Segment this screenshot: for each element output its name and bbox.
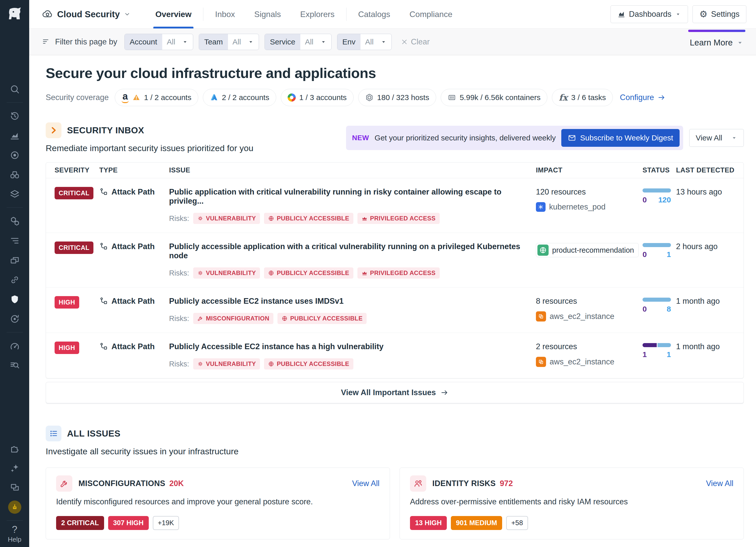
all-issues-subtitle: Investigate all security issues in your … (46, 446, 239, 456)
table-row[interactable]: HIGH Attack Path Publicly accessible EC2… (46, 287, 744, 333)
filter-team[interactable]: Team All (199, 34, 259, 50)
cloud-shield-icon (42, 9, 53, 20)
azure-icon (210, 93, 218, 102)
sidebar-item-ci-circle[interactable] (0, 309, 29, 329)
view-all-important-issues-button[interactable]: View All Important Issues (46, 382, 744, 403)
issue-title[interactable]: Publicly accessible EC2 instance uses IM… (169, 297, 536, 306)
column-header-severity: SEVERITY (46, 166, 99, 174)
search-lines-icon (10, 360, 20, 371)
tab-compliance[interactable]: Compliance (400, 0, 462, 28)
coverage-chip-host[interactable]: 180 / 323 hosts (358, 89, 436, 106)
status-bar (643, 188, 671, 192)
table-header-row: SEVERITY TYPE ISSUE IMPACT STATUS LAST D… (46, 162, 744, 178)
sidebar-item-shield[interactable] (0, 290, 29, 309)
clear-filters-button[interactable]: Clear (401, 37, 430, 46)
risk-chip-privileged-access: PRIVILEGED ACCESS (357, 213, 440, 224)
risks-label: Risks: (169, 214, 189, 223)
status-muted-count: 0 (643, 195, 647, 204)
sidebar-item-logs[interactable] (0, 231, 29, 250)
severity-badge: HIGH (55, 296, 79, 309)
sidebar-item-apm-ring[interactable] (0, 145, 29, 165)
layers-icon (10, 189, 20, 199)
filter-env[interactable]: Env All (337, 34, 392, 50)
sidebar-item-puzzle[interactable] (0, 439, 29, 458)
table-row[interactable]: CRITICAL Attack Path Publicly accessible… (46, 232, 744, 287)
impact-resource[interactable]: aws_ec2_instance (536, 357, 643, 367)
arrow-right-icon (440, 389, 449, 397)
coverage-chip-aws[interactable]: a 1 / 2 accounts (115, 89, 198, 106)
tab-label: Catalogs (358, 10, 390, 19)
last-detected: 1 month ago (676, 342, 744, 351)
settings-button-label: Settings (711, 10, 739, 19)
security-coverage-label: Security coverage (46, 93, 109, 102)
sidebar-item-avatar[interactable] (0, 497, 29, 517)
help-label: Help (8, 536, 21, 543)
table-row[interactable]: CRITICAL Attack Path Public application … (46, 178, 744, 232)
tab-overview[interactable]: Overview (146, 0, 201, 28)
sidebar-item-layers[interactable] (0, 184, 29, 204)
issue-title[interactable]: Publicly accessible application with a c… (169, 242, 536, 260)
coverage-chip-gcp[interactable]: 1 / 3 accounts (281, 89, 354, 106)
status-open-count: 8 (667, 305, 671, 314)
filter-service[interactable]: Service All (265, 34, 331, 50)
sidebar-divider (7, 332, 23, 333)
binoculars-icon (10, 170, 20, 180)
sidebar-bottom-icons (0, 439, 29, 497)
tab-label: Compliance (409, 10, 452, 19)
risks-label: Risks: (169, 269, 189, 277)
tab-explorers[interactable]: Explorers (291, 0, 344, 28)
sidebar-item-clock-history[interactable] (0, 106, 29, 126)
security-coverage-row: Security coverage a 1 / 2 accounts 2 / 2… (46, 89, 744, 106)
tab-signals[interactable]: Signals (245, 0, 291, 28)
configure-link[interactable]: Configure (620, 93, 666, 102)
sidebar-item-windows[interactable] (0, 250, 29, 270)
dashboards-button[interactable]: Dashboards (611, 5, 688, 23)
sidebar-item-metrics[interactable] (0, 126, 29, 145)
issue-title[interactable]: Public application with critical vulnera… (169, 187, 536, 206)
subscribe-weekly-digest-button[interactable]: Subscribe to Weekly Digest (561, 129, 680, 147)
issue-title[interactable]: Publicly Accessible EC2 instance has a h… (169, 342, 536, 351)
card-view-all-link[interactable]: View All (352, 479, 380, 488)
card-view-all-link[interactable]: View All (706, 479, 733, 488)
sidebar-item-help[interactable]: ? Help (8, 524, 21, 547)
robot-icon (10, 503, 19, 512)
tab-separator (203, 8, 203, 21)
risks-row: Risks:MISCONFIGURATIONPUBLICLY ACCESSIBL… (169, 313, 536, 324)
user-avatar (8, 501, 21, 514)
status-bar (643, 298, 671, 302)
attack-path-icon (99, 242, 108, 251)
datadog-logo[interactable] (7, 0, 23, 28)
sidebar-item-binoculars[interactable] (0, 165, 29, 184)
sidebar-item-sparkles[interactable] (0, 458, 29, 478)
coverage-chip-text: 1 / 2 accounts (144, 93, 191, 102)
dashboards-button-label: Dashboards (629, 10, 671, 19)
impact-resource[interactable]: kubernetes_pod (536, 202, 643, 212)
tab-inbox[interactable]: Inbox (205, 0, 244, 28)
sidebar-item-gauge[interactable] (0, 336, 29, 356)
sidebar-item-link[interactable] (0, 270, 29, 290)
filter-account[interactable]: Account All (124, 34, 193, 50)
sidebar-item-search-lines[interactable] (0, 356, 29, 375)
sidebar-item-windows-stack[interactable] (0, 478, 29, 497)
sidebar-item-search[interactable] (0, 79, 29, 99)
learn-more-dropdown[interactable]: Learn More (690, 36, 744, 47)
impact-resource-chip[interactable]: product-recommendation (536, 243, 639, 257)
table-row[interactable]: HIGH Attack Path Publicly Accessible EC2… (46, 333, 744, 378)
coverage-chip-fx[interactable]: fx 3 / 6 tasks (552, 89, 613, 106)
coverage-chip-container[interactable]: 5.99k / 6.56k containers (441, 89, 548, 106)
k8s-wheel-icon (537, 204, 544, 210)
product-switcher[interactable]: Cloud Security (42, 9, 130, 20)
logs-icon (10, 236, 20, 246)
link-icon (10, 275, 20, 285)
count-badge-high: 13 HIGH (410, 516, 447, 530)
coverage-chip-azure[interactable]: 2 / 2 accounts (203, 89, 276, 106)
container-icon (448, 93, 456, 102)
aws-icon: a (122, 92, 129, 103)
tab-catalogs[interactable]: Catalogs (349, 0, 400, 28)
inbox-view-all-dropdown[interactable]: View All (689, 129, 744, 147)
settings-button[interactable]: ⚙ Settings (693, 5, 746, 23)
column-header-type: TYPE (99, 166, 169, 174)
weekly-digest-banner: NEW Get your prioritized security insigh… (346, 126, 683, 150)
sidebar-item-hexagons[interactable] (0, 211, 29, 231)
impact-resource[interactable]: aws_ec2_instance (536, 311, 643, 322)
